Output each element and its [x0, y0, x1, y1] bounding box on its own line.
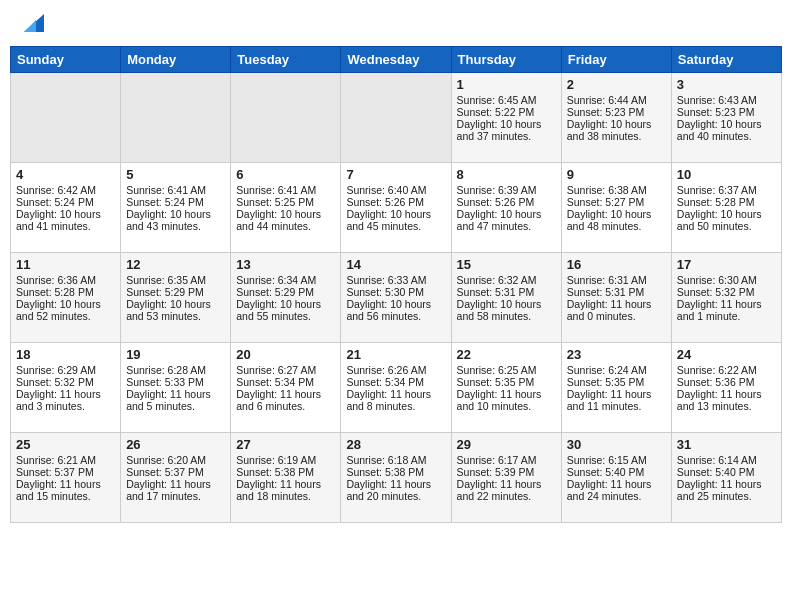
daylight-minutes-text: and 37 minutes.: [457, 130, 556, 142]
day-number: 6: [236, 167, 335, 182]
sunrise-text: Sunrise: 6:45 AM: [457, 94, 556, 106]
sunrise-text: Sunrise: 6:43 AM: [677, 94, 776, 106]
sunrise-text: Sunrise: 6:40 AM: [346, 184, 445, 196]
sunrise-text: Sunrise: 6:15 AM: [567, 454, 666, 466]
daylight-minutes-text: and 40 minutes.: [677, 130, 776, 142]
sunset-text: Sunset: 5:37 PM: [126, 466, 225, 478]
calendar-cell: 19Sunrise: 6:28 AMSunset: 5:33 PMDayligh…: [121, 343, 231, 433]
daylight-text: Daylight: 11 hours: [567, 478, 666, 490]
daylight-text: Daylight: 11 hours: [567, 388, 666, 400]
daylight-text: Daylight: 10 hours: [567, 118, 666, 130]
sunrise-text: Sunrise: 6:35 AM: [126, 274, 225, 286]
calendar-cell: 29Sunrise: 6:17 AMSunset: 5:39 PMDayligh…: [451, 433, 561, 523]
sunset-text: Sunset: 5:34 PM: [236, 376, 335, 388]
daylight-text: Daylight: 11 hours: [16, 478, 115, 490]
calendar-week-row: 11Sunrise: 6:36 AMSunset: 5:28 PMDayligh…: [11, 253, 782, 343]
daylight-minutes-text: and 11 minutes.: [567, 400, 666, 412]
sunset-text: Sunset: 5:28 PM: [677, 196, 776, 208]
sunrise-text: Sunrise: 6:34 AM: [236, 274, 335, 286]
daylight-text: Daylight: 11 hours: [126, 478, 225, 490]
calendar-week-row: 1Sunrise: 6:45 AMSunset: 5:22 PMDaylight…: [11, 73, 782, 163]
daylight-minutes-text: and 24 minutes.: [567, 490, 666, 502]
sunrise-text: Sunrise: 6:29 AM: [16, 364, 115, 376]
daylight-text: Daylight: 11 hours: [236, 388, 335, 400]
sunset-text: Sunset: 5:30 PM: [346, 286, 445, 298]
sunrise-text: Sunrise: 6:44 AM: [567, 94, 666, 106]
sunrise-text: Sunrise: 6:22 AM: [677, 364, 776, 376]
daylight-text: Daylight: 11 hours: [346, 478, 445, 490]
sunrise-text: Sunrise: 6:38 AM: [567, 184, 666, 196]
daylight-minutes-text: and 48 minutes.: [567, 220, 666, 232]
daylight-text: Daylight: 11 hours: [677, 478, 776, 490]
daylight-text: Daylight: 11 hours: [236, 478, 335, 490]
sunset-text: Sunset: 5:39 PM: [457, 466, 556, 478]
daylight-minutes-text: and 47 minutes.: [457, 220, 556, 232]
calendar-cell: 16Sunrise: 6:31 AMSunset: 5:31 PMDayligh…: [561, 253, 671, 343]
calendar-cell: 3Sunrise: 6:43 AMSunset: 5:23 PMDaylight…: [671, 73, 781, 163]
day-number: 24: [677, 347, 776, 362]
sunset-text: Sunset: 5:40 PM: [567, 466, 666, 478]
sunrise-text: Sunrise: 6:30 AM: [677, 274, 776, 286]
daylight-text: Daylight: 10 hours: [677, 118, 776, 130]
sunrise-text: Sunrise: 6:42 AM: [16, 184, 115, 196]
daylight-text: Daylight: 11 hours: [677, 388, 776, 400]
day-number: 2: [567, 77, 666, 92]
sunset-text: Sunset: 5:24 PM: [126, 196, 225, 208]
sunrise-text: Sunrise: 6:18 AM: [346, 454, 445, 466]
sunset-text: Sunset: 5:32 PM: [16, 376, 115, 388]
sunrise-text: Sunrise: 6:14 AM: [677, 454, 776, 466]
header-cell-friday: Friday: [561, 47, 671, 73]
daylight-text: Daylight: 11 hours: [567, 298, 666, 310]
daylight-minutes-text: and 52 minutes.: [16, 310, 115, 322]
daylight-minutes-text: and 15 minutes.: [16, 490, 115, 502]
day-number: 31: [677, 437, 776, 452]
day-number: 21: [346, 347, 445, 362]
daylight-minutes-text: and 3 minutes.: [16, 400, 115, 412]
sunset-text: Sunset: 5:31 PM: [457, 286, 556, 298]
sunrise-text: Sunrise: 6:39 AM: [457, 184, 556, 196]
calendar-week-row: 25Sunrise: 6:21 AMSunset: 5:37 PMDayligh…: [11, 433, 782, 523]
day-number: 13: [236, 257, 335, 272]
daylight-minutes-text: and 5 minutes.: [126, 400, 225, 412]
sunset-text: Sunset: 5:24 PM: [16, 196, 115, 208]
calendar-cell: 7Sunrise: 6:40 AMSunset: 5:26 PMDaylight…: [341, 163, 451, 253]
daylight-minutes-text: and 6 minutes.: [236, 400, 335, 412]
daylight-minutes-text: and 22 minutes.: [457, 490, 556, 502]
day-number: 12: [126, 257, 225, 272]
day-number: 9: [567, 167, 666, 182]
daylight-text: Daylight: 10 hours: [16, 298, 115, 310]
calendar-cell: 8Sunrise: 6:39 AMSunset: 5:26 PMDaylight…: [451, 163, 561, 253]
calendar-cell: 9Sunrise: 6:38 AMSunset: 5:27 PMDaylight…: [561, 163, 671, 253]
calendar-cell: 17Sunrise: 6:30 AMSunset: 5:32 PMDayligh…: [671, 253, 781, 343]
day-number: 11: [16, 257, 115, 272]
day-number: 19: [126, 347, 225, 362]
calendar-table: SundayMondayTuesdayWednesdayThursdayFrid…: [10, 46, 782, 523]
calendar-cell: [231, 73, 341, 163]
daylight-text: Daylight: 10 hours: [457, 298, 556, 310]
sunset-text: Sunset: 5:31 PM: [567, 286, 666, 298]
header-cell-wednesday: Wednesday: [341, 47, 451, 73]
calendar-cell: 20Sunrise: 6:27 AMSunset: 5:34 PMDayligh…: [231, 343, 341, 433]
calendar-cell: 10Sunrise: 6:37 AMSunset: 5:28 PMDayligh…: [671, 163, 781, 253]
sunset-text: Sunset: 5:35 PM: [457, 376, 556, 388]
day-number: 7: [346, 167, 445, 182]
calendar-cell: 31Sunrise: 6:14 AMSunset: 5:40 PMDayligh…: [671, 433, 781, 523]
sunset-text: Sunset: 5:26 PM: [457, 196, 556, 208]
sunrise-text: Sunrise: 6:31 AM: [567, 274, 666, 286]
daylight-minutes-text: and 17 minutes.: [126, 490, 225, 502]
day-number: 16: [567, 257, 666, 272]
sunset-text: Sunset: 5:33 PM: [126, 376, 225, 388]
sunrise-text: Sunrise: 6:41 AM: [236, 184, 335, 196]
daylight-minutes-text: and 18 minutes.: [236, 490, 335, 502]
calendar-cell: 6Sunrise: 6:41 AMSunset: 5:25 PMDaylight…: [231, 163, 341, 253]
header-cell-monday: Monday: [121, 47, 231, 73]
sunset-text: Sunset: 5:23 PM: [677, 106, 776, 118]
daylight-text: Daylight: 10 hours: [567, 208, 666, 220]
sunset-text: Sunset: 5:29 PM: [236, 286, 335, 298]
sunset-text: Sunset: 5:25 PM: [236, 196, 335, 208]
day-number: 22: [457, 347, 556, 362]
daylight-minutes-text: and 13 minutes.: [677, 400, 776, 412]
calendar-cell: 2Sunrise: 6:44 AMSunset: 5:23 PMDaylight…: [561, 73, 671, 163]
sunset-text: Sunset: 5:38 PM: [346, 466, 445, 478]
daylight-minutes-text: and 1 minute.: [677, 310, 776, 322]
